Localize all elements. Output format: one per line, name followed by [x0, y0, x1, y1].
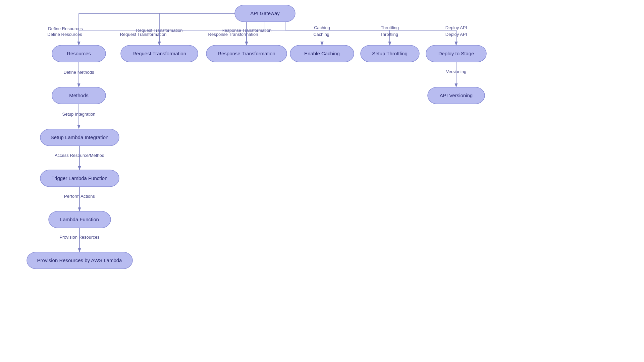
- node-api-versioning-label: API Versioning: [440, 93, 473, 98]
- node-resources-label: Resources: [67, 51, 91, 56]
- node-lambda-function-label: Lambda Function: [60, 217, 99, 222]
- label-throttling-above: Throttling: [380, 32, 398, 37]
- node-request-transformation-label: Request Transformation: [132, 51, 186, 56]
- node-trigger-lambda-function-label: Trigger Lambda Function: [51, 175, 107, 181]
- node-response-transformation-label: Response Transformation: [218, 51, 275, 56]
- label-response-above: Response Transformation: [208, 32, 258, 37]
- node-enable-caching-label: Enable Caching: [304, 51, 340, 56]
- node-methods-label: Methods: [69, 93, 89, 98]
- node-api-gateway-label: API Gateway: [250, 10, 280, 16]
- node-setup-throttling-label: Setup Throttling: [372, 51, 408, 56]
- node-provision-resources-label: Provision Resources by AWS Lambda: [37, 257, 122, 263]
- diagram: API Gateway Define Resources Request Tra…: [0, 0, 644, 362]
- label-caching: Caching: [314, 25, 330, 30]
- label-deploy-above: Deploy API: [445, 32, 467, 37]
- label-caching-above: Caching: [313, 32, 329, 37]
- label-deploy-api: Deploy API: [445, 25, 467, 30]
- label-define-resources: Define Resources: [48, 26, 83, 31]
- label-throttling: Throttling: [381, 25, 399, 30]
- label-define-resources-above: Define Resources: [47, 32, 82, 37]
- node-setup-lambda-integration-label: Setup Lambda Integration: [51, 134, 109, 140]
- node-deploy-to-stage-label: Deploy to Stage: [438, 51, 474, 56]
- label-request-above: Request Transformation: [120, 32, 167, 37]
